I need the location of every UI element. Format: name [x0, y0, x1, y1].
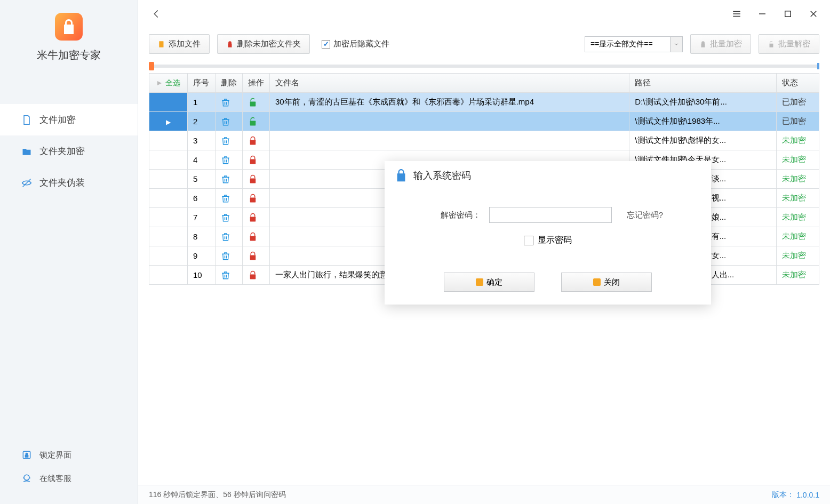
back-button[interactable]	[149, 6, 164, 21]
row-operate-button[interactable]	[243, 170, 270, 189]
row-select-cell[interactable]	[149, 170, 188, 189]
menu-icon[interactable]	[731, 8, 743, 20]
row-delete-button[interactable]	[216, 189, 243, 208]
row-status: 未加密	[777, 266, 819, 285]
ok-button[interactable]: 确定	[444, 273, 534, 292]
table-row[interactable]: ▶2\测试文件加密\1983年...已加密	[149, 112, 819, 131]
toolbar: 添加文件 删除未加密文件夹 加密后隐藏文件 ==显示全部文件==	[138, 28, 830, 65]
nav-item-2[interactable]: 文件夹伪装	[0, 167, 138, 198]
lock-icon	[248, 155, 264, 165]
nav-icon	[21, 115, 32, 125]
row-select-cell[interactable]	[149, 150, 188, 170]
minimize-icon[interactable]	[756, 8, 768, 20]
row-operate-button[interactable]	[243, 150, 270, 170]
batch-encrypt-button[interactable]: 批量加密	[690, 34, 751, 54]
row-select-cell[interactable]	[149, 208, 188, 227]
ok-label: 确定	[486, 277, 502, 287]
slider-handle[interactable]	[149, 62, 154, 70]
close-icon[interactable]	[808, 8, 819, 20]
lock-icon	[248, 98, 264, 107]
row-select-cell[interactable]	[149, 93, 188, 112]
lock-icon	[248, 174, 264, 184]
row-delete-button[interactable]	[216, 93, 243, 112]
table-row[interactable]: 130年前，青涩的古巨基在《东成西就》和《东邪西毒》片场采访群星.mp4D:\测…	[149, 93, 819, 112]
row-select-cell[interactable]	[149, 131, 188, 150]
row-select-cell[interactable]: ▶	[149, 112, 188, 131]
row-path: \测试文件加密\彪悍的女...	[629, 131, 777, 150]
chevron-down-icon[interactable]	[671, 37, 682, 52]
row-operate-button[interactable]	[243, 266, 270, 285]
row-select-cell[interactable]	[149, 246, 188, 266]
row-status: 未加密	[777, 246, 819, 266]
svg-rect-4	[159, 41, 163, 47]
svg-line-0	[23, 179, 31, 187]
row-operate-button[interactable]	[243, 227, 270, 246]
col-path[interactable]: 路径	[629, 74, 777, 93]
col-select[interactable]: 全选	[149, 74, 188, 93]
lock-icon	[248, 194, 264, 203]
footer-item-1[interactable]: 在线客服	[0, 467, 138, 490]
lock-icon	[248, 136, 264, 146]
row-status: 未加密	[777, 170, 819, 189]
row-seq: 1	[188, 93, 216, 112]
footer-item-0[interactable]: 锁定界面	[0, 443, 138, 467]
file-icon	[593, 278, 601, 286]
row-delete-button[interactable]	[216, 150, 243, 170]
row-operate-button[interactable]	[243, 93, 270, 112]
dialog-body: 解密密码： 忘记密码? 显示密码	[385, 190, 711, 273]
filter-select[interactable]: ==显示全部文件==	[585, 36, 683, 52]
close-button[interactable]: 关闭	[561, 273, 652, 292]
add-file-button[interactable]: 添加文件	[149, 34, 210, 54]
row-delete-button[interactable]	[216, 112, 243, 131]
show-password-label: 显示密码	[538, 235, 572, 246]
svg-rect-8	[250, 159, 256, 164]
nav-item-0[interactable]: 文件加密	[0, 104, 138, 135]
version-label: 版本：	[772, 490, 794, 500]
table-row[interactable]: 3\测试文件加密\彪悍的女...未加密	[149, 131, 819, 150]
row-operate-button[interactable]	[243, 131, 270, 150]
app-logo-icon	[55, 13, 83, 41]
row-operate-button[interactable]	[243, 189, 270, 208]
row-operate-button[interactable]	[243, 112, 270, 131]
show-password-row[interactable]: 显示密码	[406, 235, 690, 246]
col-seq[interactable]: 序号	[188, 74, 216, 93]
row-path: \测试文件加密\1983年...	[629, 112, 777, 131]
hide-after-encrypt-checkbox[interactable]: 加密后隐藏文件	[322, 39, 389, 49]
nav-item-1[interactable]: 文件夹加密	[0, 135, 138, 167]
progress-slider[interactable]	[138, 65, 830, 73]
dialog-buttons: 确定 关闭	[385, 273, 711, 305]
row-arrow-icon: ▶	[166, 118, 171, 126]
forgot-password-link[interactable]: 忘记密码?	[627, 210, 663, 220]
row-delete-button[interactable]	[216, 246, 243, 266]
row-operate-button[interactable]	[243, 246, 270, 266]
close-label: 关闭	[604, 277, 620, 287]
row-operate-button[interactable]	[243, 208, 270, 227]
col-status[interactable]: 状态	[777, 74, 819, 93]
row-delete-button[interactable]	[216, 208, 243, 227]
trash-icon	[221, 117, 237, 126]
trash-icon	[221, 213, 237, 222]
maximize-icon[interactable]	[782, 8, 794, 20]
row-delete-button[interactable]	[216, 266, 243, 285]
row-select-cell[interactable]	[149, 227, 188, 246]
password-input[interactable]	[489, 207, 612, 223]
nav-icon	[21, 146, 32, 157]
status-text: 116 秒钟后锁定界面、56 秒钟后询问密码	[149, 490, 286, 500]
batch-decrypt-button[interactable]: 批量解密	[759, 34, 819, 54]
row-select-cell[interactable]	[149, 189, 188, 208]
trash-icon	[221, 98, 237, 107]
col-delete[interactable]: 删除	[216, 74, 243, 93]
row-delete-button[interactable]	[216, 170, 243, 189]
row-select-cell[interactable]	[149, 266, 188, 285]
app-title: 米牛加密专家	[0, 48, 138, 62]
svg-rect-11	[250, 217, 256, 221]
row-delete-button[interactable]	[216, 227, 243, 246]
col-name[interactable]: 文件名	[270, 74, 629, 93]
footer-icon	[21, 450, 32, 460]
nav: 文件加密文件夹加密文件夹伪装	[0, 104, 138, 198]
col-operate[interactable]: 操作	[243, 74, 270, 93]
row-delete-button[interactable]	[216, 131, 243, 150]
svg-rect-6	[250, 121, 256, 125]
app-logo-wrap: 米牛加密专家	[0, 13, 138, 62]
delete-unencrypted-button[interactable]: 删除未加密文件夹	[217, 34, 310, 54]
